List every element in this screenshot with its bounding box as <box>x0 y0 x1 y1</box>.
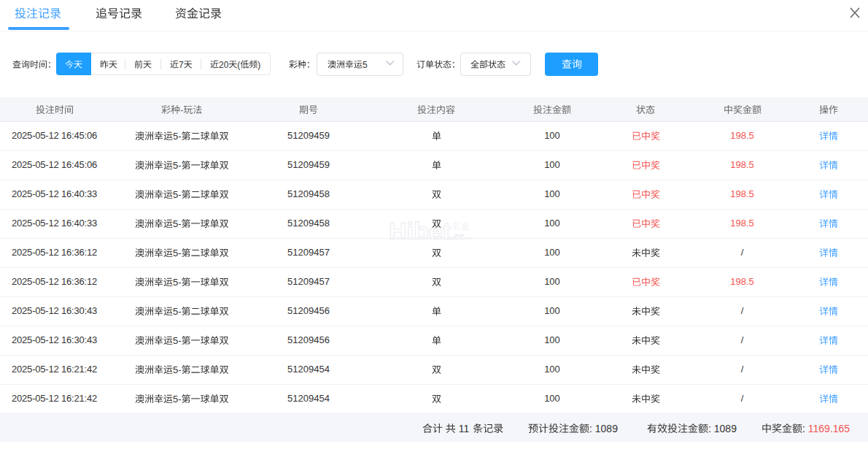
svg-text:5-: 5- <box>173 277 182 288</box>
svg-text:1089: 1089 <box>595 423 618 434</box>
svg-text:5-: 5- <box>173 131 182 142</box>
svg-text:5-: 5- <box>173 335 182 346</box>
svg-text:7: 7 <box>179 59 184 69</box>
svg-text:20: 20 <box>219 59 229 69</box>
svg-text:5-: 5- <box>173 364 182 375</box>
svg-text:(: ( <box>237 59 240 69</box>
svg-text:1089: 1089 <box>714 423 737 434</box>
svg-text::: : <box>802 423 805 434</box>
svg-text:5-: 5- <box>173 306 182 317</box>
svg-text::: : <box>589 423 592 434</box>
svg-text:5-: 5- <box>173 189 182 200</box>
svg-text:11: 11 <box>458 423 469 434</box>
svg-text:5-: 5- <box>173 218 182 229</box>
svg-text:1169.165: 1169.165 <box>808 423 850 434</box>
svg-text:5-: 5- <box>173 248 182 258</box>
svg-text::: : <box>708 423 711 434</box>
svg-text:5-: 5- <box>173 394 182 405</box>
svg-text:5: 5 <box>363 59 368 69</box>
svg-text:5-: 5- <box>173 160 182 171</box>
svg-text:-: - <box>180 104 183 115</box>
svg-text:): ) <box>257 59 260 69</box>
